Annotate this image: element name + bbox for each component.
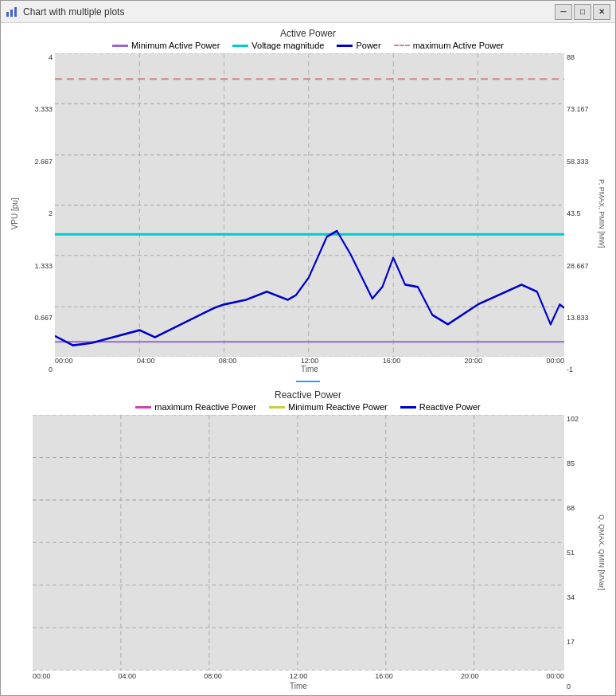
legend-label-min-active: Minimum Active Power bbox=[131, 41, 220, 50]
chart2-y-ticks-right: 102 85 68 51 34 17 0 bbox=[564, 415, 595, 690]
svg-rect-2 bbox=[14, 7, 17, 17]
chart1-svg bbox=[55, 53, 564, 357]
window-title: Chart with multiple plots bbox=[23, 6, 124, 18]
chart1-y-right-label: P, PMAX, PMIN [MW] bbox=[595, 53, 609, 373]
tick-0b: 0 bbox=[567, 682, 571, 690]
legend-item-min-active: Minimum Active Power bbox=[112, 41, 220, 50]
svg-rect-0 bbox=[6, 12, 9, 17]
legend-label-min-reactive: Minimum Reactive Power bbox=[288, 402, 388, 412]
x2-tick-0400: 04:00 bbox=[119, 672, 137, 680]
tick-73167: 73.167 bbox=[567, 105, 589, 113]
tick-neg1: -1 bbox=[567, 366, 573, 373]
app-icon bbox=[6, 6, 18, 18]
chart2-plot bbox=[33, 415, 564, 671]
chart1-plot bbox=[55, 53, 564, 357]
chart2-x-label: Time bbox=[33, 682, 564, 690]
legend-label-max-reactive: maximum Reactive Power bbox=[154, 402, 256, 412]
tick-85: 85 bbox=[567, 459, 575, 467]
tick-1333: 1.333 bbox=[34, 262, 53, 270]
tick-28667: 28.667 bbox=[567, 262, 589, 270]
x2-tick-1200: 12:00 bbox=[290, 672, 308, 680]
chart1-y-ticks-right: 88 73.167 58.333 43.5 28.667 13.833 -1 bbox=[564, 53, 595, 373]
title-bar: Chart with multiple plots ─ □ ✕ bbox=[1, 1, 615, 23]
tick-68: 68 bbox=[567, 504, 575, 512]
tick-0: 0 bbox=[49, 366, 53, 373]
legend-item-max-reactive: maximum Reactive Power bbox=[135, 402, 256, 412]
chart2-y-right-label: Q, QMAX, QMIN [MVar] bbox=[595, 415, 609, 690]
x-tick-0000a: 00:00 bbox=[55, 357, 73, 365]
chart2-y-right-label-text: Q, QMAX, QMIN [MVar] bbox=[598, 514, 606, 590]
tick-13833: 13.833 bbox=[567, 314, 589, 322]
x2-tick-0000b: 00:00 bbox=[546, 672, 564, 680]
main-window: Chart with multiple plots ─ □ ✕ Active P… bbox=[0, 0, 616, 696]
tick-3333: 3.333 bbox=[34, 105, 53, 113]
chart1-x-label: Time bbox=[55, 365, 564, 373]
tick-2: 2 bbox=[49, 209, 53, 217]
legend-line-power bbox=[337, 45, 353, 47]
x-tick-0400: 04:00 bbox=[137, 357, 155, 365]
legend-label-power: Power bbox=[356, 41, 380, 50]
x2-tick-2000: 20:00 bbox=[461, 672, 479, 680]
x2-tick-1600: 16:00 bbox=[375, 672, 393, 680]
legend-item-min-reactive: Minimum Reactive Power bbox=[269, 402, 388, 412]
chart2-area: 00:00 04:00 08:00 12:00 16:00 20:00 00:0… bbox=[7, 415, 609, 690]
tick-435: 43.5 bbox=[567, 209, 581, 217]
chart2-container: Reactive Power maximum Reactive Power Mi… bbox=[7, 389, 609, 690]
x-tick-1600: 16:00 bbox=[383, 357, 401, 365]
tick-34: 34 bbox=[567, 593, 575, 601]
chart2-y-left-label bbox=[7, 415, 21, 690]
x2-tick-0800: 08:00 bbox=[204, 672, 222, 680]
restore-button[interactable]: □ bbox=[574, 4, 591, 20]
chart2-legend: maximum Reactive Power Minimum Reactive … bbox=[7, 402, 609, 412]
content-area: Active Power Minimum Active Power Voltag… bbox=[1, 23, 615, 695]
legend-item-voltage: Voltage magnitude bbox=[232, 41, 324, 50]
chart1-y-right-label-text: P, PMAX, PMIN [MW] bbox=[598, 179, 606, 248]
chart1-title: Active Power bbox=[7, 28, 609, 39]
legend-line-voltage bbox=[232, 45, 248, 47]
x2-tick-0000a: 00:00 bbox=[33, 672, 51, 680]
svg-rect-1 bbox=[10, 10, 13, 17]
tick-58333: 58.333 bbox=[567, 158, 589, 166]
chart1-container: Active Power Minimum Active Power Voltag… bbox=[7, 28, 609, 373]
tick-2667: 2.667 bbox=[34, 158, 53, 166]
close-button[interactable]: ✕ bbox=[593, 4, 610, 20]
legend-item-power: Power bbox=[337, 41, 380, 50]
x-tick-2000: 20:00 bbox=[465, 357, 483, 365]
tick-102: 102 bbox=[567, 415, 579, 423]
chart1-area: VPU [pu] 4 3.333 2.667 2 1.333 0.667 0 bbox=[7, 53, 609, 373]
chart2-x-ticks: 00:00 04:00 08:00 12:00 16:00 20:00 00:0… bbox=[33, 671, 564, 682]
tick-17: 17 bbox=[567, 638, 575, 646]
legend-item-reactive-power: Reactive Power bbox=[400, 402, 481, 412]
legend-line-reactive-power bbox=[400, 406, 416, 409]
legend-line-max-reactive bbox=[135, 406, 151, 409]
legend-line-min-active bbox=[112, 45, 128, 47]
legend-line-max-active bbox=[394, 45, 410, 47]
legend-label-reactive-power: Reactive Power bbox=[419, 402, 481, 412]
chart1-legend: Minimum Active Power Voltage magnitude P… bbox=[7, 41, 609, 50]
chart2-title: Reactive Power bbox=[7, 389, 609, 401]
chart1-y-left-label: VPU [pu] bbox=[7, 53, 21, 373]
minimize-button[interactable]: ─ bbox=[555, 4, 572, 20]
divider-line bbox=[296, 381, 320, 382]
legend-item-max-active: maximum Active Power bbox=[394, 41, 504, 50]
tick-0667: 0.667 bbox=[34, 314, 53, 322]
chart2-y-ticks-left bbox=[21, 415, 33, 690]
chart1-x-ticks: 00:00 04:00 08:00 12:00 16:00 20:00 00:0… bbox=[55, 357, 564, 365]
x-tick-1200: 12:00 bbox=[301, 357, 319, 365]
chart-divider bbox=[7, 377, 609, 386]
legend-line-min-reactive bbox=[269, 406, 285, 409]
x-tick-0000b: 00:00 bbox=[546, 357, 564, 365]
x-tick-0800: 08:00 bbox=[219, 357, 237, 365]
legend-label-voltage: Voltage magnitude bbox=[251, 41, 324, 50]
tick-88: 88 bbox=[567, 53, 575, 61]
tick-4: 4 bbox=[49, 53, 53, 61]
tick-51: 51 bbox=[567, 549, 575, 557]
chart2-svg bbox=[33, 415, 564, 671]
legend-label-max-active: maximum Active Power bbox=[413, 41, 504, 50]
chart1-y-ticks-left: 4 3.333 2.667 2 1.333 0.667 0 bbox=[21, 53, 55, 373]
